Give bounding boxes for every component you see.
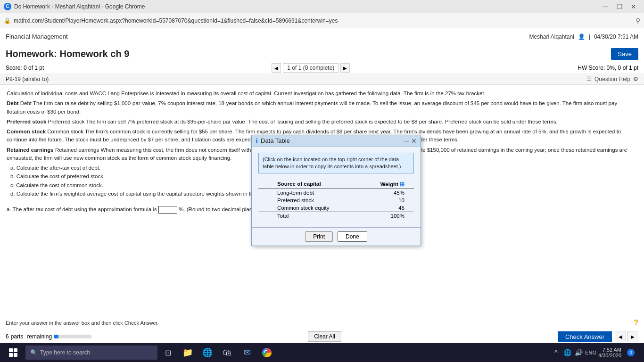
data-table-modal: ℹ Data Table ─ ✕ (Click on the icon loca… [251,135,421,236]
data-table: Source of capital Weight ⊞ Long-term deb… [258,178,414,222]
table-row-total: Total 100% [258,212,414,220]
modal-close-button[interactable]: ✕ [411,137,417,145]
settings-icon[interactable]: ⚙ [633,76,638,82]
navigation-buttons: ◀ 1 of 1 (0 complete) ▶ [272,63,350,73]
question-header: P9-19 (similar to) ☰ Question Help ⚙ [0,74,644,85]
lock-icon: 🔒 [4,17,11,24]
debt-text: Debt Debt The firm can raise debt by sel… [7,99,637,116]
info-icon: ℹ [256,137,258,145]
maximize-button[interactable]: ❒ [613,0,626,13]
modal-instruction: (Click on the icon located on the top-ri… [258,153,414,174]
minimize-button[interactable]: ─ [599,0,612,13]
homework-header: Homework: Homework ch 9 Save [0,45,644,62]
source-debt: Long-term debt [277,190,376,196]
question-intro: Calculation of individual costs and WACC… [7,90,637,98]
col-weight-header: Weight ⊞ [376,181,405,188]
modal-title-left: ℹ Data Table [256,137,290,145]
next-button[interactable]: ▶ [340,63,350,73]
weight-debt: 45% [376,190,405,196]
username: Meshari Alqahtani [529,33,574,40]
common-label: Common stock [7,129,46,134]
addressbar: 🔒 mathxl.com/Student/PlayerHomework.aspx… [0,13,644,28]
page-indicator[interactable]: 1 of 1 (0 complete) [283,63,339,73]
debt-section: Debt Debt The firm can raise debt by sel… [7,99,637,116]
retained-label: Retained earnings [7,147,54,153]
header-date: 04/30/20 7:51 AM [594,33,638,40]
modal-titlebar: ℹ Data Table ─ ✕ [252,135,421,147]
question-a-suffix: %. (Round to two decimal places.) [179,206,261,212]
addressbar-url[interactable]: mathxl.com/Student/PlayerHomework.aspx?h… [14,17,633,24]
preferred-section: Preferred stock Preferred stock The firm… [7,118,637,126]
app-title: Financial Management [6,33,68,40]
done-button[interactable]: Done [338,231,367,236]
browser-icon: C [4,3,11,10]
score-bar: Score: 0 of 1 pt ◀ 1 of 1 (0 complete) ▶… [0,62,644,74]
titlebar-left: C Do Homework - Meshari Alqahtani - Goog… [4,3,145,10]
titlebar-controls: ─ ❒ ✕ [599,0,640,13]
answer-input-a[interactable] [158,206,177,214]
preferred-label: Preferred stock [7,119,46,124]
question-help: ☰ Question Help ⚙ [586,76,638,82]
preferred-text: Preferred stock Preferred stock The firm… [7,118,637,126]
modal-body: (Click on the icon located on the top-ri… [252,147,421,228]
table-row-common: Common stock equity 45 [258,204,414,212]
titlebar-title: Do Homework - Meshari Alqahtani - Google… [14,3,145,10]
app-user-info: Meshari Alqahtani 👤 | 04/30/20 7:51 AM [529,33,638,40]
print-button[interactable]: Print [305,231,333,236]
modal-title-text: Data Table [261,137,290,144]
copy-icon[interactable]: ⊞ [400,181,405,187]
source-common: Common stock equity [277,205,376,211]
table-header-row: Source of capital Weight ⊞ [258,180,414,189]
modal-minimize-button[interactable]: ─ [405,137,409,145]
table-row-debt: Long-term debt 45% [258,189,414,197]
question-a-text: a. The after-tax cost of debt using the … [7,206,157,212]
modal-footer: Print Done [252,227,421,236]
prev-button[interactable]: ◀ [272,63,281,73]
user-icon: 👤 [578,33,585,40]
weight-preferred: 10 [376,197,405,203]
question-id: P9-19 (similar to) [6,76,49,82]
save-button[interactable]: Save [611,48,638,60]
col-source-header: Source of capital [277,181,376,188]
intro-text: Calculation of individual costs and WACC… [7,90,637,98]
titlebar: C Do Homework - Meshari Alqahtani - Goog… [0,0,644,13]
modal-controls: ─ ✕ [405,137,417,145]
homework-title: Homework: Homework ch 9 [6,49,129,59]
search-icon[interactable]: ⚲ [636,17,640,25]
source-total: Total [277,213,376,219]
table-row-preferred: Preferred stock 10 [258,197,414,204]
weight-common: 45 [376,205,405,211]
app-header: Financial Management Meshari Alqahtani 👤… [0,28,644,45]
close-button[interactable]: ✕ [627,0,640,13]
separator: | [589,33,590,40]
weight-total: 100% [376,213,405,219]
score-text: Score: 0 of 1 pt [6,65,44,71]
question-help-icon: ☰ [586,76,592,82]
question-help-label[interactable]: Question Help [594,76,630,82]
hw-score: HW Score: 0%, 0 of 1 pt [578,65,638,71]
debt-label: Debt [7,100,19,106]
source-preferred: Preferred stock [277,197,376,203]
